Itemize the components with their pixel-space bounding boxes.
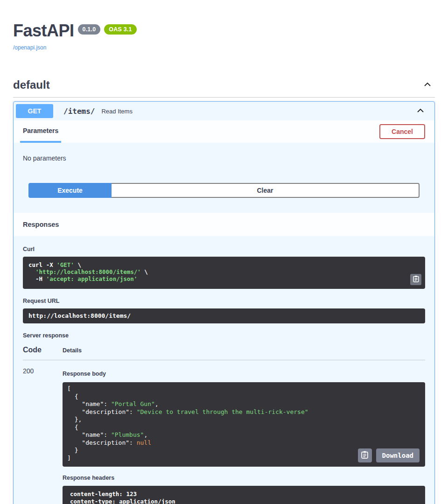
openapi-spec-link[interactable]: /openapi.json <box>13 44 46 51</box>
oas-badge: OAS 3.1 <box>104 24 136 35</box>
code-column-header: Code <box>23 346 42 354</box>
execute-button-group: Execute Clear <box>28 183 420 198</box>
operation-summary: Read Items <box>101 108 132 115</box>
response-headers-label: Response headers <box>63 475 114 481</box>
details-column-header: Details <box>63 347 82 354</box>
status-code: 200 <box>23 367 34 375</box>
server-response-label: Server response <box>23 332 69 339</box>
tag-title: default <box>13 78 50 91</box>
api-info: FastAPI 0.1.0 OAS 3.1 /openapi.json <box>13 0 435 51</box>
response-body-block: [ { "name": "Portal Gun", "description":… <box>63 382 425 467</box>
clipboard-icon <box>361 451 368 460</box>
chevron-up-icon <box>423 84 432 91</box>
responses-header-label: Responses <box>23 221 59 228</box>
api-title: FastAPI <box>13 21 74 40</box>
clipboard-icon <box>413 275 419 284</box>
request-url-block: http://localhost:8000/items/ <box>23 308 425 323</box>
tab-parameters[interactable]: Parameters <box>20 120 61 143</box>
opblock-summary[interactable]: GET /items/ Read Items <box>14 102 434 120</box>
operation-path: /items/ <box>63 107 95 116</box>
tag-collapse-button[interactable] <box>420 79 435 91</box>
spacer <box>14 198 434 213</box>
live-responses-section: Curl curl -X 'GET' \ 'http://localhost:8… <box>14 236 434 504</box>
response-body-label: Response body <box>63 371 106 377</box>
parameters-tab-header: Parameters Cancel <box>14 120 434 143</box>
method-badge: GET <box>16 104 53 118</box>
parameters-section: No parameters <box>14 143 434 162</box>
server-response-row: 200 Response body [ { "name": "Portal Gu… <box>23 367 425 504</box>
no-parameters-text: No parameters <box>23 154 66 162</box>
response-headers-text: content-length: 123 content-type: applic… <box>70 490 418 504</box>
opblock-collapse-button[interactable] <box>413 105 428 118</box>
chevron-up-icon <box>416 110 425 117</box>
copy-curl-button[interactable] <box>410 274 421 285</box>
cancel-button[interactable]: Cancel <box>379 124 425 139</box>
server-response-table-header: Code Details <box>23 346 425 354</box>
response-headers-block: content-length: 123 content-type: applic… <box>63 486 425 504</box>
divider <box>23 360 425 360</box>
execute-button[interactable]: Execute <box>28 183 112 198</box>
parameters-tab-label: Parameters <box>23 127 58 134</box>
curl-code-block: curl -X 'GET' \ 'http://localhost:8000/i… <box>23 257 425 289</box>
tag-section-header[interactable]: default <box>13 78 435 98</box>
response-body-actions: Download <box>358 448 420 462</box>
swagger-ui-page: FastAPI 0.1.0 OAS 3.1 /openapi.json defa… <box>13 0 435 504</box>
curl-command-text: curl -X 'GET' \ 'http://localhost:8000/i… <box>28 261 420 282</box>
responses-section-header: Responses <box>14 213 434 236</box>
request-url-text: http://localhost:8000/items/ <box>28 313 420 319</box>
curl-label: Curl <box>23 246 35 252</box>
download-button[interactable]: Download <box>376 448 420 462</box>
version-badge: 0.1.0 <box>78 24 101 35</box>
request-url-label: Request URL <box>23 298 59 304</box>
opblock-get-items: GET /items/ Read Items Parameters Cancel… <box>13 101 435 504</box>
clear-button[interactable]: Clear <box>112 183 420 198</box>
copy-response-button[interactable] <box>358 448 372 462</box>
